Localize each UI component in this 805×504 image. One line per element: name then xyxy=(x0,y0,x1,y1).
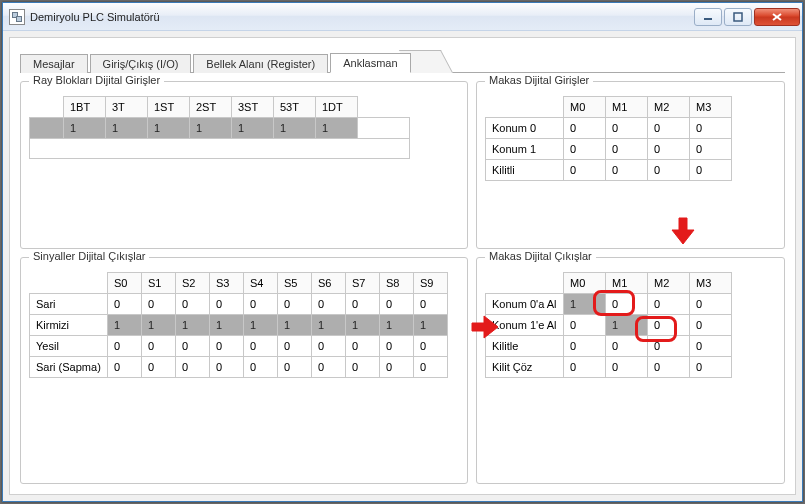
cell[interactable]: 0 xyxy=(210,357,244,378)
row-header: Kilitli xyxy=(486,160,564,181)
col-header: S3 xyxy=(210,273,244,294)
cell[interactable]: 0 xyxy=(312,336,346,357)
cell[interactable]: 0 xyxy=(414,294,448,315)
col-header: M1 xyxy=(606,273,648,294)
panel-ray-inputs: Ray Blokları Dijital Girişler 1BT 3T 1ST… xyxy=(20,81,468,249)
cell[interactable]: 0 xyxy=(648,357,690,378)
cell[interactable]: 0 xyxy=(210,336,244,357)
col-header: M1 xyxy=(606,97,648,118)
cell[interactable]: 1 xyxy=(106,118,148,139)
cell[interactable]: 0 xyxy=(690,315,732,336)
cell[interactable]: 1 xyxy=(210,315,244,336)
cell[interactable]: 0 xyxy=(606,118,648,139)
cell[interactable]: 1 xyxy=(244,315,278,336)
cell[interactable]: 1 xyxy=(176,315,210,336)
cell[interactable]: 1 xyxy=(606,315,648,336)
cell[interactable]: 1 xyxy=(278,315,312,336)
cell[interactable]: 0 xyxy=(690,294,732,315)
cell[interactable]: 0 xyxy=(690,118,732,139)
cell[interactable]: 0 xyxy=(346,357,380,378)
cell[interactable]: 0 xyxy=(606,294,648,315)
blank xyxy=(30,273,108,294)
row-header: Kirmizi xyxy=(30,315,108,336)
cell[interactable]: 0 xyxy=(244,357,278,378)
cell[interactable] xyxy=(30,118,64,139)
cell[interactable]: 0 xyxy=(690,357,732,378)
cell[interactable]: 0 xyxy=(564,357,606,378)
tab-mesajlar[interactable]: Mesajlar xyxy=(20,54,88,73)
cell[interactable]: 0 xyxy=(312,357,346,378)
cell[interactable]: 0 xyxy=(648,315,690,336)
cell[interactable]: 0 xyxy=(244,336,278,357)
cell[interactable]: 1 xyxy=(142,315,176,336)
cell[interactable]: 0 xyxy=(564,118,606,139)
cell[interactable]: 0 xyxy=(142,357,176,378)
cell[interactable]: 1 xyxy=(414,315,448,336)
col-header: M0 xyxy=(564,273,606,294)
cell[interactable]: 0 xyxy=(142,294,176,315)
cell[interactable]: 0 xyxy=(380,336,414,357)
maximize-button[interactable] xyxy=(724,8,752,26)
table-header-row: M0 M1 M2 M3 xyxy=(486,273,732,294)
col-header: 53T xyxy=(274,97,316,118)
cell[interactable]: 0 xyxy=(648,139,690,160)
cell[interactable]: 0 xyxy=(312,294,346,315)
cell[interactable]: 1 xyxy=(190,118,232,139)
panel-title: Makas Dijital Girişler xyxy=(485,74,593,86)
arrow-down-icon xyxy=(668,216,698,246)
cell[interactable]: 0 xyxy=(142,336,176,357)
cell[interactable]: 0 xyxy=(564,336,606,357)
cell[interactable]: 0 xyxy=(380,357,414,378)
tab-register[interactable]: Bellek Alanı (Register) xyxy=(193,54,328,73)
table-row: Kilitli 0 0 0 0 xyxy=(486,160,732,181)
minimize-button[interactable] xyxy=(694,8,722,26)
cell[interactable]: 0 xyxy=(346,336,380,357)
cell[interactable]: 0 xyxy=(210,294,244,315)
cell[interactable]: 1 xyxy=(148,118,190,139)
cell[interactable]: 0 xyxy=(414,336,448,357)
col-header: S4 xyxy=(244,273,278,294)
cell[interactable]: 1 xyxy=(274,118,316,139)
cell[interactable]: 0 xyxy=(278,357,312,378)
cell[interactable]: 0 xyxy=(648,118,690,139)
cell[interactable]: 0 xyxy=(244,294,278,315)
cell[interactable]: 0 xyxy=(606,357,648,378)
tab-anklasman[interactable]: Anklasman xyxy=(330,53,410,73)
cell[interactable]: 0 xyxy=(690,336,732,357)
minimize-icon xyxy=(703,12,713,22)
tab-io[interactable]: Giriş/Çıkış (I/O) xyxy=(90,54,192,73)
cell[interactable]: 0 xyxy=(690,160,732,181)
cell[interactable]: 0 xyxy=(564,139,606,160)
cell[interactable]: 0 xyxy=(414,357,448,378)
cell[interactable]: 0 xyxy=(606,160,648,181)
cell[interactable]: 1 xyxy=(380,315,414,336)
cell[interactable]: 0 xyxy=(278,336,312,357)
cell[interactable]: 0 xyxy=(380,294,414,315)
cell[interactable]: 0 xyxy=(606,139,648,160)
cell[interactable]: 0 xyxy=(278,294,312,315)
cell[interactable]: 1 xyxy=(346,315,380,336)
cell[interactable]: 0 xyxy=(648,160,690,181)
cell[interactable]: 0 xyxy=(108,357,142,378)
row-header: Sari (Sapma) xyxy=(30,357,108,378)
cell[interactable]: 0 xyxy=(346,294,380,315)
cell[interactable]: 0 xyxy=(648,336,690,357)
cell[interactable]: 1 xyxy=(312,315,346,336)
cell[interactable]: 0 xyxy=(606,336,648,357)
cell[interactable]: 0 xyxy=(564,315,606,336)
cell[interactable]: 0 xyxy=(564,160,606,181)
cell[interactable]: 0 xyxy=(108,336,142,357)
cell[interactable]: 0 xyxy=(108,294,142,315)
close-button[interactable] xyxy=(754,8,800,26)
cell[interactable]: 1 xyxy=(232,118,274,139)
cell[interactable]: 1 xyxy=(316,118,358,139)
cell[interactable]: 1 xyxy=(108,315,142,336)
cell[interactable]: 0 xyxy=(690,139,732,160)
cell[interactable]: 0 xyxy=(648,294,690,315)
cell[interactable]: 1 xyxy=(64,118,106,139)
cell[interactable]: 0 xyxy=(176,357,210,378)
cell[interactable]: 0 xyxy=(176,294,210,315)
cell[interactable]: 0 xyxy=(176,336,210,357)
col-header: M3 xyxy=(690,97,732,118)
cell[interactable]: 1 xyxy=(564,294,606,315)
